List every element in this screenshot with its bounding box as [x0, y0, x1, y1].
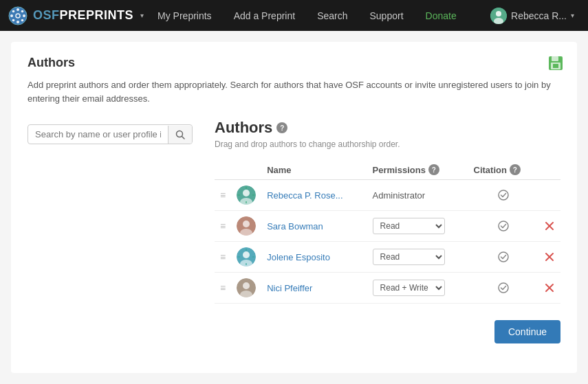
author-name-link[interactable]: Sara Bowman: [267, 221, 323, 231]
author-remove-cell: [538, 211, 560, 242]
th-permissions: Permissions ?: [367, 160, 468, 180]
svg-point-28: [243, 221, 250, 227]
nav-search[interactable]: Search: [306, 0, 358, 31]
nav-user[interactable]: Rebecca R... ▾: [485, 8, 580, 24]
author-name-link[interactable]: Rebecca P. Rose...: [267, 190, 342, 201]
author-permission-cell: Administrator: [367, 180, 468, 211]
svg-point-7: [21, 10, 24, 12]
author-search-button[interactable]: [168, 126, 192, 144]
drag-handle-icon[interactable]: ≡: [220, 190, 226, 201]
author-avatar-img: [237, 278, 256, 297]
osf-logo-icon: [8, 6, 28, 25]
nav-links: My Preprints Add a Preprint Search Suppo…: [146, 0, 468, 31]
svg-point-4: [23, 14, 25, 17]
table-row: ≡Rebecca P. Rose...Administrator: [215, 180, 560, 211]
svg-point-34: [243, 251, 250, 258]
svg-point-44: [243, 282, 250, 289]
remove-author-button[interactable]: [544, 221, 555, 231]
authors-tbody: ≡Rebecca P. Rose...Administrator≡Sara Bo…: [215, 180, 560, 304]
author-permission-select[interactable]: ReadRead + WriteAdministrator: [373, 249, 445, 265]
th-citation: Citation ?: [468, 160, 538, 180]
author-avatar: [231, 242, 261, 273]
author-permission-select[interactable]: ReadRead + WriteAdministrator: [373, 280, 445, 296]
author-permission-select[interactable]: ReadRead + WriteAdministrator: [373, 218, 445, 234]
authors-table-header: Name Permissions ? Citation ?: [215, 160, 560, 180]
svg-rect-14: [552, 56, 558, 61]
page-container: Authors Add preprint authors and order t…: [11, 42, 577, 373]
drag-handle[interactable]: ≡: [215, 273, 231, 304]
continue-button[interactable]: Continue: [494, 320, 560, 343]
svg-point-30: [499, 221, 508, 231]
remove-author-icon[interactable]: [544, 251, 555, 262]
floppy-disk-icon: [548, 56, 563, 71]
citation-check-icon: [498, 282, 509, 293]
citation-check[interactable]: [474, 251, 533, 262]
drag-handle[interactable]: ≡: [215, 242, 231, 273]
nav-user-avatar: [490, 8, 507, 24]
permissions-help-icon[interactable]: ?: [428, 164, 439, 175]
author-permission-cell: ReadRead + WriteAdministrator: [367, 211, 468, 242]
page-title: Authors: [28, 56, 560, 70]
logo-dropdown-icon[interactable]: ▾: [140, 12, 144, 19]
main-layout: Authors ? Drag and drop authors to chang…: [28, 119, 560, 343]
th-name: Name: [261, 160, 367, 180]
search-icon: [175, 130, 185, 139]
citation-check[interactable]: [474, 221, 533, 231]
author-name-link[interactable]: Jolene Esposito: [267, 252, 330, 262]
table-row: ≡Nici PfeifferReadRead + WriteAdministra…: [215, 273, 560, 304]
drag-hint: Drag and drop authors to change authorsh…: [215, 139, 560, 149]
nav-user-dropdown-icon[interactable]: ▾: [571, 12, 574, 19]
nav-support[interactable]: Support: [358, 0, 414, 31]
svg-rect-16: [553, 64, 558, 68]
svg-point-2: [17, 21, 19, 23]
svg-point-9: [16, 14, 20, 18]
svg-point-20: [243, 190, 250, 196]
svg-point-26: [499, 190, 508, 200]
svg-point-1: [17, 8, 19, 11]
drag-handle[interactable]: ≡: [215, 180, 231, 211]
author-permission-cell: ReadRead + WriteAdministrator: [367, 242, 468, 273]
citation-help-icon[interactable]: ?: [510, 164, 521, 175]
save-icon[interactable]: [548, 56, 563, 75]
author-permission-cell: ReadRead + WriteAdministrator: [367, 273, 468, 304]
drag-handle-icon[interactable]: ≡: [220, 282, 226, 293]
remove-author-button[interactable]: [544, 251, 555, 262]
author-avatar: [231, 180, 261, 211]
svg-point-40: [499, 252, 508, 262]
author-search-input[interactable]: [28, 125, 168, 144]
author-name-cell: Nici Pfeiffer: [261, 273, 367, 304]
author-avatar-img: [237, 216, 256, 236]
author-avatar-img: [237, 247, 256, 267]
svg-point-46: [499, 283, 508, 293]
drag-handle[interactable]: ≡: [215, 211, 231, 242]
remove-author-icon[interactable]: [544, 282, 555, 293]
drag-handle-icon[interactable]: ≡: [220, 221, 226, 231]
author-citation-cell: [468, 211, 538, 242]
author-permission-text: Administrator: [373, 190, 426, 201]
authors-help-icon[interactable]: ?: [276, 122, 287, 133]
logo-text: OSFPREPRINTS: [33, 8, 133, 23]
nav-my-preprints[interactable]: My Preprints: [146, 0, 223, 31]
author-name-link[interactable]: Nici Pfeiffer: [267, 283, 312, 293]
right-panel: Authors ? Drag and drop authors to chang…: [215, 119, 560, 343]
remove-author-icon[interactable]: [544, 221, 555, 231]
left-panel: [28, 119, 193, 343]
user-avatar-icon: [490, 8, 507, 24]
table-row: ≡Jolene EspositoReadRead + WriteAdminist…: [215, 242, 560, 273]
citation-check-icon: [498, 221, 509, 231]
page-description: Add preprint authors and order them appr…: [28, 78, 560, 105]
author-remove-cell: [538, 180, 560, 211]
nav-add-preprint[interactable]: Add a Preprint: [223, 0, 307, 31]
author-remove-cell: [538, 242, 560, 273]
nav-logo[interactable]: OSFPREPRINTS ▾: [8, 6, 144, 25]
drag-handle-icon[interactable]: ≡: [220, 251, 226, 262]
remove-author-button[interactable]: [544, 282, 555, 293]
authors-heading: Authors ?: [215, 119, 560, 137]
author-avatar: [231, 211, 261, 242]
citation-check[interactable]: [474, 282, 533, 293]
nav-donate[interactable]: Donate: [415, 0, 468, 31]
svg-point-3: [10, 14, 13, 17]
table-row: ≡Sara BowmanReadRead + WriteAdministrato…: [215, 211, 560, 242]
continue-btn-row: Continue: [215, 320, 560, 343]
citation-check[interactable]: [474, 190, 533, 201]
